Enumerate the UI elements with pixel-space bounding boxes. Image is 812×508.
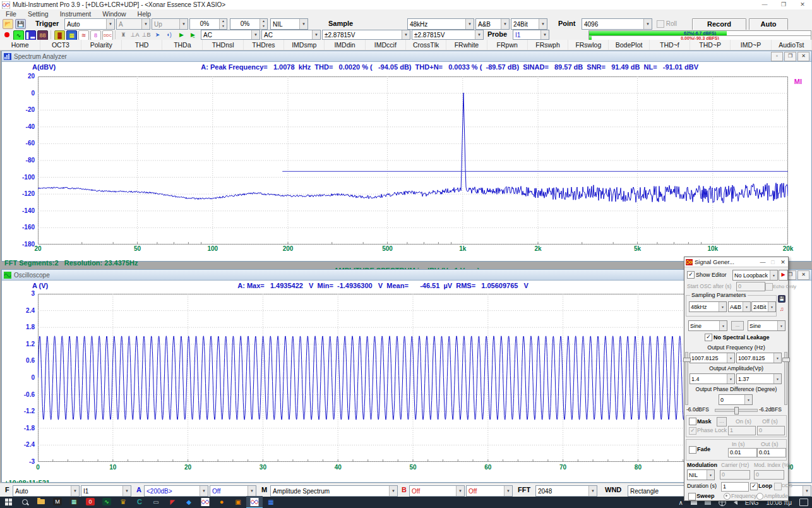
crown-app-icon[interactable]: ♛ [115, 496, 131, 507]
a-range-combo[interactable]: <200dB>▼ [144, 485, 208, 497]
open-icon[interactable]: 📂 [3, 19, 13, 29]
notification-icon[interactable] [799, 499, 808, 506]
spectrum-close-icon[interactable]: ✕ [797, 52, 809, 61]
spectrum-restore-icon[interactable]: ❐ [784, 52, 796, 61]
modulation-combo[interactable]: NIL▼ [687, 469, 715, 480]
echo-only-checkbox[interactable] [765, 283, 773, 291]
menu-item-file[interactable]: File [0, 10, 22, 18]
file-explorer-icon[interactable] [33, 496, 49, 507]
run-auto-icon[interactable]: ▶̰ [188, 30, 198, 39]
wave-b-combo[interactable]: Sine▼ [748, 320, 785, 331]
b-range-combo[interactable]: Off▼ [409, 485, 465, 497]
menu-item-setting[interactable]: Setting [22, 10, 54, 18]
sg-channels-combo[interactable]: A&B▼ [728, 301, 751, 312]
menu-item-instrument[interactable]: Instrument [54, 10, 97, 18]
sg-bits-combo[interactable]: 24Bit▼ [751, 301, 776, 312]
search-icon[interactable] [16, 496, 33, 507]
coupling-a-combo[interactable]: AC▼ [201, 30, 260, 40]
tab-thdres[interactable]: THDres [244, 40, 284, 50]
siggen-titlebar[interactable]: Signal Gener... — □ ✕ [684, 257, 788, 267]
trigger-source-combo[interactable]: A▼ [116, 18, 150, 30]
tab-thd~p[interactable]: THD~P [690, 40, 731, 50]
tab-frswph[interactable]: FRswph [528, 40, 568, 50]
probe-combo[interactable]: I1▼ [81, 485, 131, 497]
tab-imddin[interactable]: IMDdin [325, 40, 365, 50]
tab-oct3[interactable]: OCT3 [40, 40, 81, 50]
oscilloscope-icon[interactable]: ∿ [13, 30, 24, 40]
mask-checkbox[interactable] [689, 418, 696, 425]
app-red-icon[interactable]: 0 [82, 496, 99, 507]
dds-checkbox[interactable] [774, 483, 782, 490]
tab-crosstlk[interactable]: CrossTlk [406, 40, 446, 50]
siggen-minimize-icon[interactable]: — [758, 259, 768, 265]
coupling-b-combo[interactable]: AC▼ [261, 30, 321, 40]
tab-polarity[interactable]: Polarity [81, 40, 122, 50]
freq-axis-combo[interactable]: Auto▼ [13, 485, 80, 497]
calculator-icon[interactable]: ▦ [66, 496, 82, 507]
trigger-delay-spinner[interactable]: 0%▲▼ [230, 18, 268, 30]
tab-audiotst[interactable]: AudioTst [772, 40, 812, 50]
sweep-checkbox[interactable] [688, 493, 696, 500]
code-app-icon[interactable]: ◆ [181, 496, 197, 507]
ddc-icon[interactable]: DDC [102, 30, 113, 40]
carrier-input[interactable]: 0 [720, 470, 750, 480]
probe-cal-icon[interactable]: ♜ [119, 30, 128, 39]
tab-thd[interactable]: THD [122, 40, 162, 50]
b-mode-combo[interactable]: Off▼ [466, 485, 513, 497]
channels-combo[interactable]: A&B▼ [475, 18, 510, 30]
start-osc-input[interactable]: 0 [736, 282, 765, 291]
tab-thdnsl[interactable]: THDnsl [203, 40, 243, 50]
tab-frwhite[interactable]: FRwhite [446, 40, 487, 50]
close-icon[interactable]: ✕ [793, 0, 812, 9]
amp-b-slider[interactable] [784, 352, 787, 405]
show-editor-checkbox[interactable] [687, 271, 695, 279]
sg-notes-icon[interactable]: ♫ [778, 305, 785, 313]
roll-checkbox[interactable]: Roll [657, 20, 677, 28]
view-mode-combo[interactable]: Amplitude Spectrum▼ [270, 485, 398, 497]
tray-chevron-icon[interactable]: ∧ [679, 499, 683, 506]
amp-a-slider[interactable] [685, 352, 688, 405]
wave-a-combo[interactable]: Sine▼ [688, 320, 727, 331]
c-app-icon[interactable]: C [131, 496, 148, 507]
oscilloscope-close-icon[interactable]: ✕ [797, 270, 809, 280]
sg-sample-rate-combo[interactable]: 48kHz▼ [689, 301, 727, 312]
loopback-combo[interactable]: No Loopback▼ [732, 270, 778, 281]
fade-checkbox[interactable] [689, 446, 696, 454]
siggen-close-icon[interactable]: ✕ [778, 259, 788, 265]
scope-app-icon[interactable]: ∿ [99, 496, 115, 507]
sweep-frequency-radio[interactable] [724, 493, 731, 500]
menu-item-window[interactable]: Window [97, 10, 131, 18]
range-b-combo[interactable]: ±2.87815V▼ [412, 30, 484, 40]
amp-b-combo[interactable]: 1.37▼ [736, 373, 782, 384]
range-a-combo[interactable]: ±2.87815V▼ [322, 30, 410, 40]
points-combo[interactable]: 4096▼ [582, 18, 652, 30]
trigger-mode-combo[interactable]: Auto▼ [64, 18, 115, 30]
tab-thd~f[interactable]: THD~f [650, 40, 690, 50]
sweep-amplitude-radio[interactable] [756, 493, 763, 500]
spectrum-3d-icon[interactable]: ▓ [54, 30, 65, 40]
tab-frpwn[interactable]: FRpwn [487, 40, 528, 50]
save-icon[interactable]: 💾 [15, 19, 26, 29]
siggen-maximize-icon[interactable]: □ [768, 259, 778, 265]
auto-button[interactable]: Auto [749, 18, 788, 30]
minimize-icon[interactable]: — [755, 0, 774, 9]
orange-app-icon[interactable]: ▣ [230, 496, 246, 507]
phase-combo[interactable]: 0▼ [719, 394, 753, 405]
data-logger-icon[interactable]: ▦ [66, 30, 77, 40]
amp-a-combo[interactable]: 1.4▼ [690, 373, 735, 384]
monitor-app-icon[interactable]: ▭ [148, 496, 164, 507]
wave-editor-button[interactable]: ... [731, 321, 744, 330]
mask-edit-button[interactable]: … [717, 417, 727, 426]
fade-out-input[interactable]: 0.01 [757, 448, 786, 457]
input-a-icon[interactable]: ⊥A [130, 30, 140, 39]
duration-input[interactable]: 1 [721, 482, 749, 492]
phase-lock-checkbox[interactable] [689, 427, 696, 435]
app-m-icon[interactable]: M [49, 496, 66, 507]
menu-item-help[interactable]: Help [132, 10, 157, 18]
sg-save-icon[interactable]: 💾 [778, 295, 785, 303]
tab-imdccif[interactable]: IMDccif [366, 40, 406, 50]
sound-device-icon[interactable]: ◖) [164, 30, 174, 39]
dbfs-slider[interactable] [715, 409, 758, 412]
spectrum-titlebar[interactable]: Spectrum Analyzer ▫ ❐ ✕ [2, 51, 811, 62]
mod-index-input[interactable]: 0 [754, 470, 784, 480]
